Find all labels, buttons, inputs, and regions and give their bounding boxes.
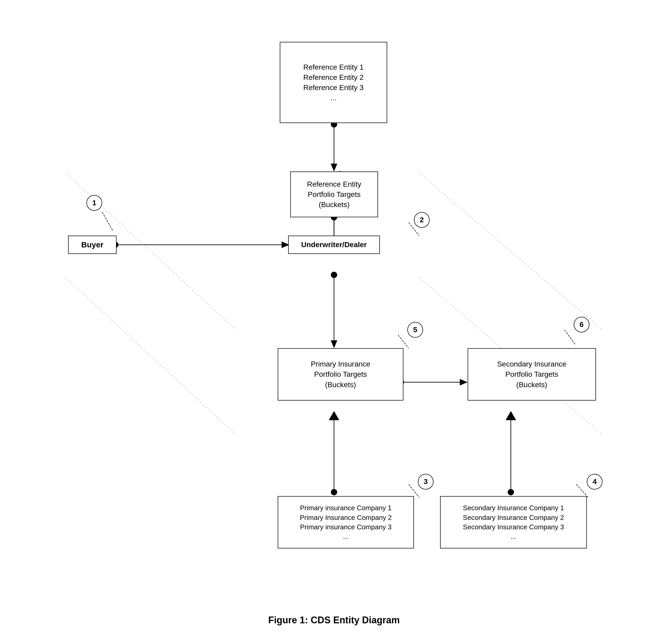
secondary-companies-box: Secondary Insurance Company 1 Secondary … xyxy=(440,496,587,548)
ref-portfolio-label: Reference Entity Portfolio Targets (Buck… xyxy=(307,179,361,210)
buyer-label: Buyer xyxy=(81,239,104,250)
label-1: 1 xyxy=(87,195,102,211)
svg-line-24 xyxy=(398,335,409,348)
primary-companies-box: Primary insurance Company 1 Primary Insu… xyxy=(278,496,414,548)
svg-line-27 xyxy=(65,278,236,435)
label-5: 5 xyxy=(407,322,423,338)
svg-marker-15 xyxy=(329,411,339,420)
ref-portfolio-box: Reference Entity Portfolio Targets (Buck… xyxy=(290,171,378,217)
svg-line-20 xyxy=(102,212,113,230)
svg-line-25 xyxy=(564,330,575,344)
diagram-container: Reference Entity 1 Reference Entity 2 Re… xyxy=(0,16,668,644)
label-3: 3 xyxy=(418,474,434,489)
figure-caption: Figure 1: CDS Entity Diagram xyxy=(0,615,668,626)
reference-entities-box: Reference Entity 1 Reference Entity 2 Re… xyxy=(280,42,387,123)
buyer-box: Buyer xyxy=(68,236,117,254)
label-6: 6 xyxy=(574,317,589,332)
secondary-companies-label: Secondary Insurance Company 1 Secondary … xyxy=(463,503,564,541)
svg-marker-18 xyxy=(505,411,516,420)
primary-portfolio-label: Primary Insurance Portfolio Targets (Buc… xyxy=(311,359,370,390)
label-4: 4 xyxy=(587,474,603,489)
secondary-portfolio-label: Secondary Insurance Portfolio Targets (B… xyxy=(497,359,567,390)
svg-line-28 xyxy=(419,173,603,330)
underwriter-box: Underwriter/Dealer xyxy=(288,236,380,254)
primary-portfolio-box: Primary Insurance Portfolio Targets (Buc… xyxy=(278,348,404,400)
svg-line-22 xyxy=(409,484,419,498)
underwriter-label: Underwriter/Dealer xyxy=(301,239,367,250)
primary-companies-label: Primary insurance Company 1 Primary Insu… xyxy=(300,503,392,541)
label-2: 2 xyxy=(414,212,430,228)
svg-line-23 xyxy=(576,484,588,498)
secondary-portfolio-box: Secondary Insurance Portfolio Targets (B… xyxy=(468,348,596,400)
reference-entities-label: Reference Entity 1 Reference Entity 2 Re… xyxy=(303,62,364,103)
